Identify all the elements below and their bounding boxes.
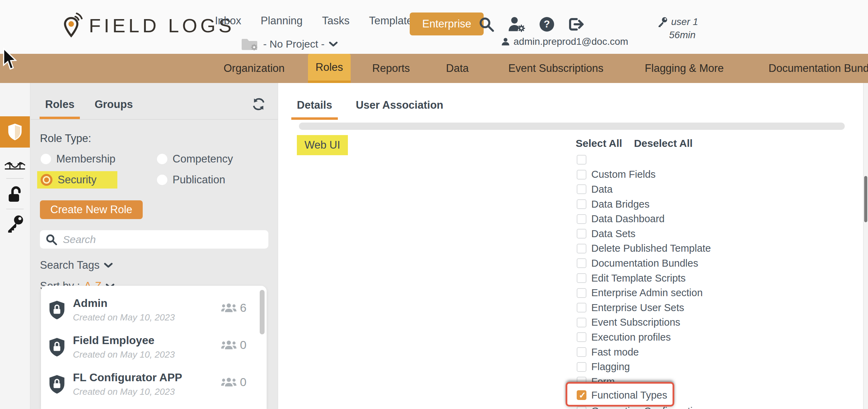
subnav-item[interactable]: Reports bbox=[365, 54, 418, 83]
role-type-radio[interactable]: Competency bbox=[153, 150, 236, 168]
top-nav: Inbox Planning Tasks Templates bbox=[215, 15, 418, 27]
role-list-item[interactable]: Field Employee Created on May 10, 2023 0 bbox=[41, 328, 267, 366]
permission-checkbox[interactable] bbox=[577, 155, 586, 165]
project-selector-label: - No Project - bbox=[263, 38, 325, 50]
role-type-radio[interactable]: Membership bbox=[37, 150, 119, 168]
horizontal-scrollbar[interactable] bbox=[299, 123, 845, 130]
permission-checkbox[interactable] bbox=[577, 406, 586, 409]
chevron-down-icon bbox=[104, 262, 113, 268]
permission-row: Data Dashboard bbox=[577, 211, 711, 226]
permission-checkbox[interactable] bbox=[577, 199, 586, 209]
subnav-item[interactable]: Organization bbox=[216, 54, 292, 83]
create-new-role-button[interactable]: Create New Role bbox=[40, 200, 143, 219]
subnav-item[interactable]: Data bbox=[439, 54, 476, 83]
help-icon[interactable]: ? bbox=[539, 16, 555, 32]
permission-label: Edit Template Scripts bbox=[591, 273, 686, 284]
role-type-radio[interactable]: Security bbox=[37, 171, 117, 189]
person-icon bbox=[501, 37, 510, 46]
details-tabs: Details User Association bbox=[278, 83, 863, 120]
permission-checkbox[interactable] bbox=[577, 318, 586, 327]
permission-label: Functional Types bbox=[591, 390, 667, 401]
page-scrollbar-thumb[interactable] bbox=[864, 176, 867, 222]
permission-label: Execution profiles bbox=[591, 332, 671, 343]
bridge-icon bbox=[4, 158, 26, 173]
radio-icon bbox=[41, 154, 51, 164]
search-tags-toggle[interactable]: Search Tags bbox=[40, 259, 278, 272]
permission-label: Fast mode bbox=[591, 347, 639, 358]
enterprise-subnav: Organization Roles Reports Data Event Su… bbox=[0, 54, 868, 83]
role-type-radio[interactable]: Publication bbox=[153, 171, 229, 189]
account-info: admin.preprod1@doc.com bbox=[501, 36, 628, 47]
shield-icon bbox=[7, 123, 23, 141]
radio-icon bbox=[41, 174, 52, 186]
webui-section-label: Web UI bbox=[297, 135, 348, 155]
permission-checkbox[interactable] bbox=[577, 303, 586, 312]
permissions-list: Custom Fields Data Data Bridges Data Das… bbox=[577, 152, 711, 409]
permission-checkbox[interactable] bbox=[577, 258, 586, 268]
subnav-item[interactable]: Documentation Bundles bbox=[761, 54, 868, 83]
role-name: FL Configurator APP bbox=[73, 371, 182, 384]
refresh-icon[interactable] bbox=[251, 97, 266, 111]
permission-checkbox[interactable] bbox=[577, 170, 586, 180]
roles-list: Admin Created on May 10, 2023 6 bbox=[41, 286, 267, 409]
role-list-item[interactable]: FL Configurator SMS bbox=[41, 403, 267, 409]
subnav-item[interactable]: Roles bbox=[308, 54, 351, 83]
permission-row-functional-types: Functional Types bbox=[577, 388, 673, 403]
user-settings-icon[interactable] bbox=[507, 16, 526, 32]
role-list-item[interactable]: FL Configurator APP Created on May 10, 2… bbox=[41, 366, 267, 403]
permission-checkbox[interactable] bbox=[577, 347, 586, 357]
search-icon[interactable] bbox=[478, 16, 494, 32]
permission-row: Documentation Bundles bbox=[577, 256, 711, 271]
permission-checkbox[interactable] bbox=[577, 244, 586, 253]
role-list-item[interactable]: Admin Created on May 10, 2023 6 bbox=[41, 291, 267, 328]
sidebar-item-unlock[interactable] bbox=[0, 183, 30, 205]
permission-row: Delete Published Template bbox=[577, 241, 711, 256]
session-time: 56min bbox=[657, 28, 698, 42]
panel-tab[interactable]: Groups bbox=[89, 92, 138, 119]
enterprise-button[interactable]: Enterprise bbox=[410, 12, 484, 35]
sidebar-item-data-bridges[interactable] bbox=[0, 155, 30, 176]
permission-label: Custom Fields bbox=[591, 169, 656, 180]
role-name: Admin bbox=[73, 297, 175, 310]
chevron-down-icon bbox=[329, 41, 338, 47]
deselect-all-button[interactable]: Deselect All bbox=[634, 137, 693, 149]
users-icon bbox=[221, 303, 236, 313]
details-tab[interactable]: User Association bbox=[350, 93, 449, 120]
sidebar-item-keys[interactable] bbox=[0, 212, 30, 235]
svg-text:?: ? bbox=[544, 18, 550, 30]
roles-scrollbar-thumb[interactable] bbox=[260, 290, 265, 334]
select-all-button[interactable]: Select All bbox=[576, 137, 622, 149]
permission-label: Flagging bbox=[591, 361, 630, 373]
permission-label: Documentation Bundles bbox=[591, 258, 698, 269]
page-scrollbar[interactable] bbox=[863, 83, 868, 409]
permission-label: Enterprise User Sets bbox=[591, 302, 684, 314]
permission-row: Fast mode bbox=[577, 345, 711, 360]
permission-checkbox[interactable] bbox=[577, 332, 586, 342]
subnav-item[interactable]: Flagging & More bbox=[637, 54, 731, 83]
top-nav-item[interactable]: Tasks bbox=[322, 15, 350, 27]
permission-checkbox[interactable] bbox=[577, 288, 586, 298]
app-screen: FIELD LOGS Inbox Planning Tasks Template… bbox=[0, 0, 868, 409]
permission-checkbox[interactable] bbox=[577, 273, 586, 283]
subnav-item[interactable]: Event Subscriptions bbox=[501, 54, 611, 83]
project-folder-icon bbox=[241, 37, 259, 51]
permission-row: Data Bridges bbox=[577, 197, 711, 212]
permission-checkbox[interactable] bbox=[577, 362, 586, 372]
logout-icon[interactable] bbox=[567, 16, 584, 32]
top-nav-item[interactable]: Planning bbox=[261, 15, 303, 27]
permission-checkbox[interactable] bbox=[577, 229, 586, 239]
details-tab[interactable]: Details bbox=[291, 93, 338, 120]
permission-checkbox[interactable] bbox=[577, 214, 586, 224]
project-selector[interactable]: - No Project - bbox=[241, 37, 338, 51]
permission-row: Event Subscriptions bbox=[577, 315, 711, 330]
role-user-count: 0 bbox=[221, 375, 247, 389]
permission-label: Data Bridges bbox=[591, 199, 650, 210]
functional-types-checkbox[interactable] bbox=[577, 390, 586, 400]
sidebar-item-security-roles[interactable] bbox=[0, 116, 30, 148]
top-nav-item[interactable]: Inbox bbox=[215, 15, 241, 27]
permission-row: Flagging bbox=[577, 359, 711, 374]
search-input[interactable] bbox=[62, 233, 263, 246]
permission-checkbox[interactable] bbox=[577, 184, 586, 194]
permission-row: Enterprise Admin section bbox=[577, 285, 711, 300]
panel-tab[interactable]: Roles bbox=[40, 92, 80, 119]
